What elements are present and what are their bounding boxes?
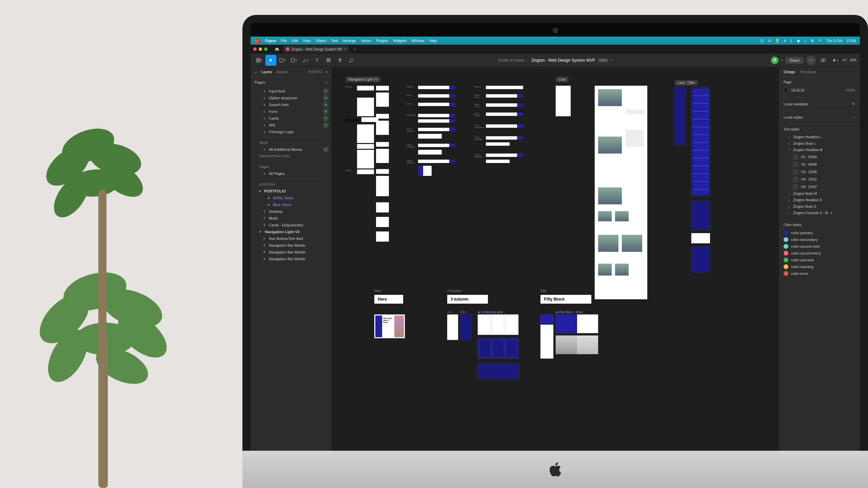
text-style-group[interactable]: ▸Zington Headline L <box>784 134 855 140</box>
offer-card-mobile[interactable] <box>674 87 686 145</box>
frame-label[interactable]: Card <box>556 77 569 82</box>
layer-item[interactable]: TDesktop <box>251 208 332 215</box>
wifi-icon[interactable]: ◉ <box>797 39 800 43</box>
minimize-window-button[interactable] <box>259 47 262 51</box>
layer-item[interactable]: TMobil <box>251 215 332 222</box>
user-avatar[interactable]: R <box>771 57 778 64</box>
color-style-item[interactable]: color-warning <box>784 263 855 270</box>
page-dropdown[interactable]: PORTFO... ▾ <box>308 70 328 74</box>
page-bg-hex[interactable]: 1E1E1E <box>791 88 805 92</box>
color-style-item[interactable]: color-primary <box>784 229 855 236</box>
fifty-block[interactable] <box>556 314 598 333</box>
layer-item[interactable]: #Navigation Bar Mobile <box>251 256 332 262</box>
layer-item[interactable]: ↳Input field <box>251 88 332 95</box>
text-style-group[interactable]: ▸Zington Body S <box>784 203 855 210</box>
avatar-chevron[interactable]: ▾ <box>781 59 783 62</box>
layer-item[interactable]: ↳All Pages <box>251 170 332 177</box>
breadcrumb-current[interactable]: Zington - Web Design System MVP <box>531 58 595 63</box>
add-page-button[interactable]: + <box>325 80 328 85</box>
text-style-group[interactable]: ▾Zington Headline M <box>784 147 855 153</box>
resources-tool[interactable] <box>323 55 334 66</box>
local-variables-label[interactable]: Local variables <box>784 102 808 106</box>
layer-item[interactable]: TCards - Erbjudanden <box>251 222 332 228</box>
layer-item[interactable]: #Nav Button/Text field <box>251 235 332 242</box>
menu-object[interactable]: Object <box>316 39 327 43</box>
variables-settings-icon[interactable]: ⚙ <box>852 102 855 106</box>
layer-item[interactable]: Pages <box>251 164 332 170</box>
bluetooth-icon[interactable]: ᛒ <box>790 39 793 43</box>
layer-item[interactable]: ↳Form <box>251 108 332 115</box>
offer-card[interactable] <box>691 87 710 196</box>
layer-item[interactable]: EXPLORE <box>251 181 332 188</box>
layer-item[interactable]: ↳Search field <box>251 101 332 108</box>
card-artboard[interactable] <box>556 86 571 116</box>
frame-tool[interactable]: ▾ <box>277 55 288 66</box>
color-style-item[interactable]: color-error <box>784 270 855 277</box>
fifty-frame-title[interactable]: Fifty Block <box>540 295 591 304</box>
kolumn-grid-dark[interactable] <box>478 364 518 379</box>
color-style-item[interactable]: color-accent-mint <box>784 243 855 250</box>
layer-item[interactable]: #Navigation Light V3 <box>251 228 332 235</box>
design-tab[interactable]: Design <box>784 70 795 74</box>
layer-item[interactable]: ◈Blue, None <box>251 201 332 208</box>
flag-icon[interactable]: 🏳 <box>818 39 822 43</box>
share-button[interactable]: Share <box>785 57 803 64</box>
text-style-item[interactable]: TH4 · 24/32 <box>784 176 855 183</box>
app-name-menu[interactable]: Figma <box>265 39 276 43</box>
canvas[interactable]: Navigation Light V3 Card Card - Offer De… <box>332 67 778 488</box>
layer-item[interactable]: ▾PORTFOLIO <box>251 188 332 195</box>
search-icon[interactable]: ⌕ <box>255 70 257 74</box>
offer-card[interactable] <box>691 247 710 272</box>
comment-tool[interactable] <box>346 55 357 66</box>
hero-frame-title[interactable]: Hero <box>374 295 403 304</box>
text-style-group[interactable]: ▸Zington Footnote S - M - L <box>784 210 855 216</box>
close-tab-icon[interactable]: × <box>344 47 347 52</box>
menubar-time[interactable]: 13:58 <box>846 39 856 43</box>
pen-tool[interactable]: ▾ <box>300 55 311 66</box>
kolumn-grid-dark[interactable] <box>478 338 518 359</box>
text-style-group[interactable]: ▸Zington Headline S <box>784 197 855 203</box>
new-tab-button[interactable]: + <box>351 46 358 52</box>
assets-tab[interactable]: Assets <box>276 70 288 74</box>
menu-help[interactable]: Help <box>429 39 437 43</box>
hand-tool[interactable] <box>335 55 346 66</box>
file-tab[interactable]: Zington - Web Design System MV × <box>283 46 349 53</box>
menu-view[interactable]: View <box>303 39 311 43</box>
text-style-group[interactable]: ▸Zington Body M <box>784 190 855 197</box>
frame-label[interactable]: Navigation Light V3 <box>346 77 380 82</box>
control-center-icon[interactable]: ⚙ <box>811 39 814 43</box>
dev-mode-button[interactable] <box>806 56 816 65</box>
menu-edit[interactable]: Edit <box>292 39 298 43</box>
layer-item[interactable]: #Navigation Bar Mobile <box>251 249 332 256</box>
breadcrumb-parent[interactable]: Drafts to move <box>498 58 525 63</box>
search-icon[interactable]: ⌕ <box>804 39 807 43</box>
close-window-button[interactable] <box>253 47 257 51</box>
menu-vector[interactable]: Vector <box>361 39 371 43</box>
fifty-block[interactable] <box>556 336 598 354</box>
fifty-variant[interactable] <box>540 314 553 359</box>
layer-item[interactable]: Block <box>251 140 332 146</box>
menubar-date[interactable]: Thu 3 Oct <box>826 39 842 43</box>
menu-window[interactable]: Window <box>411 39 425 43</box>
layer-item[interactable]: General Hover, links <box>251 153 332 159</box>
menu-widgets[interactable]: Widgets <box>393 39 407 43</box>
kolumn-frame-title[interactable]: 3 kolumn <box>447 295 488 304</box>
layer-tree[interactable]: ↳Input field↳Option dropdown↳Search fiel… <box>251 88 332 488</box>
shape-tool[interactable]: ▾ <box>289 55 299 66</box>
prototype-tab[interactable]: Prototype <box>800 70 816 74</box>
hero-artboard[interactable]: Hero text max 3 lines <box>374 314 405 338</box>
text-style-item[interactable]: TH1 · 56/68 <box>784 153 855 161</box>
record-icon[interactable]: ⊙ <box>768 39 771 43</box>
maximize-window-button[interactable] <box>264 47 268 51</box>
move-tool[interactable] <box>265 55 276 66</box>
menu-text[interactable]: Text <box>331 39 338 43</box>
library-button[interactable] <box>818 56 828 65</box>
home-tab[interactable] <box>273 46 281 53</box>
zoom-level[interactable]: 10% <box>850 58 856 62</box>
main-menu-button[interactable]: ▾ <box>254 55 265 66</box>
a11y-icon[interactable]: A? <box>843 58 847 62</box>
text-tool[interactable]: T <box>312 55 322 66</box>
display-icon[interactable]: ⎚ <box>784 39 786 43</box>
text-style-item[interactable]: TH5 · 24/32 <box>784 183 855 190</box>
menu-arrange[interactable]: Arrange <box>343 39 356 43</box>
